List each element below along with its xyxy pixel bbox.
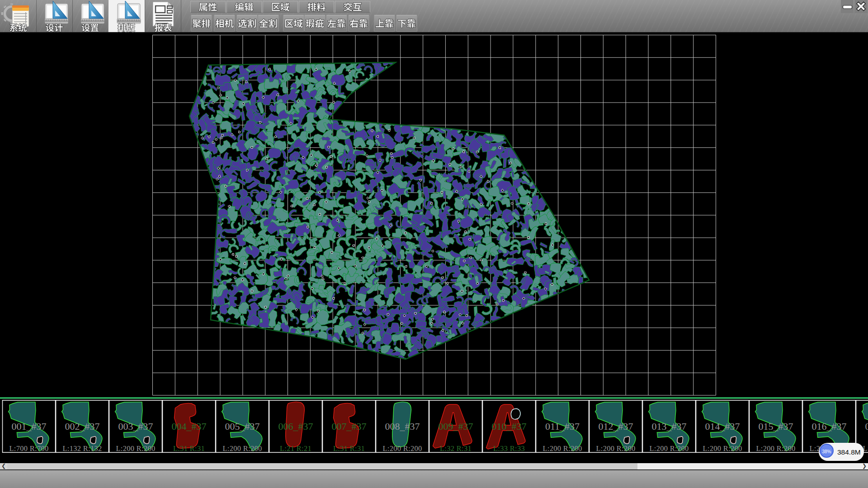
- svg-text:L:200 R:200: L:200 R:200: [542, 444, 582, 453]
- svg-text:L:33 R:33: L:33 R:33: [493, 444, 525, 453]
- svg-text:006_#37: 006_#37: [278, 421, 313, 432]
- svg-text:L:700 R:700: L:700 R:700: [9, 444, 48, 453]
- svg-text:001_#37: 001_#37: [12, 421, 47, 432]
- svg-text:L:200 R:200: L:200 R:200: [382, 444, 422, 453]
- svg-text:013_#37: 013_#37: [652, 421, 687, 432]
- svg-text:L:200 R:200: L:200 R:200: [756, 444, 795, 453]
- svg-text:014_#37: 014_#37: [705, 421, 740, 432]
- svg-text:012_#37: 012_#37: [599, 421, 633, 432]
- svg-text:008_#37: 008_#37: [385, 421, 420, 432]
- svg-text:016_#37: 016_#37: [812, 421, 847, 432]
- svg-text:015_#37: 015_#37: [759, 421, 793, 432]
- svg-text:L:200 R:200: L:200 R:200: [116, 444, 155, 453]
- svg-text:L:21 R:21: L:21 R:21: [280, 444, 311, 453]
- svg-text:007_#37: 007_#37: [332, 421, 367, 432]
- svg-text:L:200 R:200: L:200 R:200: [703, 444, 742, 453]
- svg-text:005_#37: 005_#37: [225, 421, 260, 432]
- svg-text:L:32 R:31: L:32 R:31: [440, 444, 472, 453]
- svg-text:009_#37: 009_#37: [439, 421, 473, 432]
- svg-text:002_#37: 002_#37: [65, 421, 100, 432]
- svg-text:L:200 R:200: L:200 R:200: [649, 444, 689, 453]
- svg-text:010_#37: 010_#37: [492, 421, 527, 432]
- svg-text:011_#37: 011_#37: [545, 421, 580, 432]
- svg-text:L:31 R:31: L:31 R:31: [173, 444, 205, 453]
- svg-text:003_#37: 003_#37: [118, 421, 153, 432]
- svg-text:L:200 R:200: L:200 R:200: [596, 444, 635, 453]
- svg-text:017_#37: 017_#37: [865, 421, 868, 432]
- svg-text:004_#37: 004_#37: [172, 421, 207, 432]
- svg-text:L:31 R:31: L:31 R:31: [333, 444, 365, 453]
- svg-text:L:132 R:132: L:132 R:132: [62, 444, 102, 453]
- svg-text:L:200 R:200: L:200 R:200: [222, 444, 262, 453]
